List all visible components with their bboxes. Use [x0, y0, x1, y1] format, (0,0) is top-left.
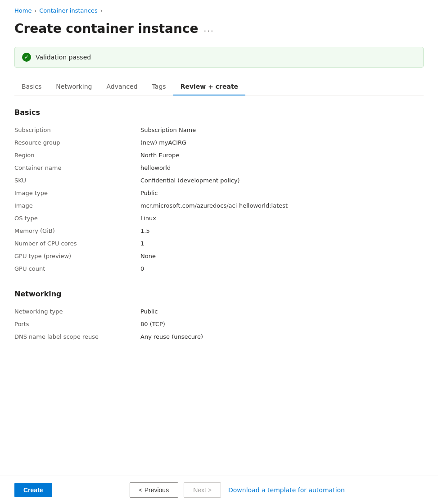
label-networking-type: Networking type — [14, 308, 140, 315]
field-ports: Ports 80 (TCP) — [14, 318, 424, 331]
previous-button[interactable]: < Previous — [130, 482, 179, 498]
label-gpu-type: GPU type (preview) — [14, 253, 140, 259]
label-resource-group: Resource group — [14, 139, 140, 146]
label-sku: SKU — [14, 177, 140, 184]
value-memory: 1.5 — [140, 227, 424, 234]
value-sku: Confidential (development policy) — [140, 177, 424, 184]
validation-success-icon — [22, 53, 31, 62]
tab-tags[interactable]: Tags — [145, 78, 173, 95]
label-cpu-cores: Number of CPU cores — [14, 240, 140, 247]
label-subscription: Subscription — [14, 127, 140, 133]
field-dns-label-scope: DNS name label scope reuse Any reuse (un… — [14, 331, 424, 343]
next-button: Next > — [184, 482, 221, 498]
basics-section: Basics Subscription Subscription Name Re… — [14, 108, 424, 275]
label-memory: Memory (GiB) — [14, 227, 140, 234]
field-os-type: OS type Linux — [14, 212, 424, 225]
label-image: Image — [14, 202, 140, 209]
create-button[interactable]: Create — [14, 483, 52, 497]
field-cpu-cores: Number of CPU cores 1 — [14, 237, 424, 250]
page-header: Create container instance ... — [14, 21, 424, 36]
field-subscription: Subscription Subscription Name — [14, 124, 424, 136]
label-ports: Ports — [14, 321, 140, 327]
field-container-name: Container name helloworld — [14, 162, 424, 174]
networking-section-title: Networking — [14, 290, 424, 298]
breadcrumb-sep-2: › — [100, 8, 103, 14]
label-region: Region — [14, 152, 140, 159]
field-gpu-type: GPU type (preview) None — [14, 250, 424, 263]
field-image-type: Image type Public — [14, 187, 424, 200]
field-region: Region North Europe — [14, 149, 424, 162]
field-resource-group: Resource group (new) myACIRG — [14, 136, 424, 149]
value-subscription: Subscription Name — [140, 127, 424, 133]
tab-advanced[interactable]: Advanced — [99, 78, 144, 95]
bottom-bar: Create < Previous Next > Download a temp… — [0, 476, 438, 504]
label-image-type: Image type — [14, 190, 140, 196]
tab-review-create[interactable]: Review + create — [173, 78, 245, 95]
value-networking-type: Public — [140, 308, 424, 315]
field-memory: Memory (GiB) 1.5 — [14, 225, 424, 237]
field-gpu-count: GPU count 0 — [14, 263, 424, 275]
basics-section-title: Basics — [14, 108, 424, 117]
value-ports: 80 (TCP) — [140, 321, 424, 327]
wizard-tabs: Basics Networking Advanced Tags Review +… — [14, 78, 424, 95]
label-os-type: OS type — [14, 215, 140, 222]
value-container-name: helloworld — [140, 164, 424, 171]
label-container-name: Container name — [14, 164, 140, 171]
label-dns-label-scope: DNS name label scope reuse — [14, 333, 140, 340]
field-networking-type: Networking type Public — [14, 305, 424, 318]
page-title: Create container instance — [14, 21, 199, 36]
more-actions-button[interactable]: ... — [204, 24, 214, 33]
field-image: Image mcr.microsoft.com/azuredocs/aci-he… — [14, 200, 424, 212]
value-image-type: Public — [140, 190, 424, 196]
breadcrumb-sep-1: › — [34, 8, 36, 14]
field-sku: SKU Confidential (development policy) — [14, 174, 424, 187]
validation-text: Validation passed — [36, 54, 91, 61]
tab-basics[interactable]: Basics — [14, 78, 49, 95]
tab-networking[interactable]: Networking — [49, 78, 99, 95]
label-gpu-count: GPU count — [14, 265, 140, 272]
breadcrumb-home[interactable]: Home — [14, 7, 32, 14]
value-image: mcr.microsoft.com/azuredocs/aci-hellowor… — [140, 202, 424, 209]
value-os-type: Linux — [140, 215, 424, 222]
value-gpu-count: 0 — [140, 265, 424, 272]
validation-banner: Validation passed — [14, 47, 424, 68]
breadcrumb: Home › Container instances › — [14, 7, 424, 14]
value-cpu-cores: 1 — [140, 240, 424, 247]
value-gpu-type: None — [140, 253, 424, 259]
value-region: North Europe — [140, 152, 424, 159]
networking-section: Networking Networking type Public Ports … — [14, 290, 424, 343]
download-template-link[interactable]: Download a template for automation — [228, 486, 345, 494]
value-resource-group: (new) myACIRG — [140, 139, 424, 146]
breadcrumb-container-instances[interactable]: Container instances — [39, 7, 98, 14]
value-dns-label-scope: Any reuse (unsecure) — [140, 333, 424, 340]
